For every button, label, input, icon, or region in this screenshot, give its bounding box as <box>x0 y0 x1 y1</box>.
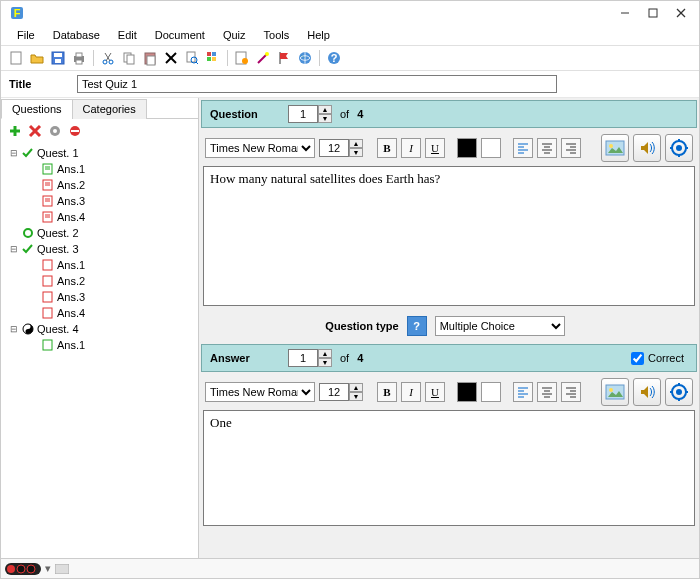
delete-x-button[interactable] <box>162 49 180 67</box>
new-button[interactable] <box>7 49 25 67</box>
insert-sound-button[interactable] <box>633 134 661 162</box>
spin-up-button[interactable]: ▲ <box>349 139 363 148</box>
font-size-input[interactable] <box>319 383 349 401</box>
wand-button[interactable] <box>254 49 272 67</box>
question-format-bar: Times New Roman ▲▼ B I U <box>199 130 699 166</box>
answer-editor[interactable]: One <box>203 410 695 526</box>
font-select[interactable]: Times New Roman <box>205 382 315 402</box>
underline-button[interactable]: U <box>425 138 445 158</box>
spin-up-button[interactable]: ▲ <box>318 105 332 114</box>
globe-button[interactable] <box>296 49 314 67</box>
spin-down-button[interactable]: ▼ <box>349 148 363 157</box>
cut-button[interactable] <box>99 49 117 67</box>
question-settings-button[interactable] <box>665 134 693 162</box>
insert-image-button[interactable] <box>601 378 629 406</box>
font-select[interactable]: Times New Roman <box>205 138 315 158</box>
tree-node-a[interactable]: Ans.2 <box>7 177 198 193</box>
settings-node-button[interactable] <box>47 123 63 139</box>
menu-help[interactable]: Help <box>299 27 338 43</box>
question-number-input[interactable] <box>288 105 318 123</box>
delete-node-button[interactable] <box>27 123 43 139</box>
align-right-button[interactable] <box>561 382 581 402</box>
menu-database[interactable]: Database <box>45 27 108 43</box>
correct-checkbox[interactable] <box>631 352 644 365</box>
italic-button[interactable]: I <box>401 382 421 402</box>
answer-header-label: Answer <box>210 352 280 364</box>
block-node-button[interactable] <box>67 123 83 139</box>
title-input[interactable] <box>77 75 557 93</box>
align-center-button[interactable] <box>537 138 557 158</box>
menu-tools[interactable]: Tools <box>256 27 298 43</box>
close-button[interactable] <box>667 3 695 23</box>
insert-image-button[interactable] <box>601 134 629 162</box>
bold-button[interactable]: B <box>377 138 397 158</box>
print-button[interactable] <box>70 49 88 67</box>
spin-down-button[interactable]: ▼ <box>318 358 332 367</box>
menu-quiz[interactable]: Quiz <box>215 27 254 43</box>
font-size-input[interactable] <box>319 139 349 157</box>
svg-rect-28 <box>207 57 211 61</box>
spin-down-button[interactable]: ▼ <box>318 114 332 123</box>
menu-document[interactable]: Document <box>147 27 213 43</box>
svg-rect-26 <box>207 52 211 56</box>
answer-icon <box>41 210 55 224</box>
tree-node-a[interactable]: Ans.2 <box>7 273 198 289</box>
tree-node-q2[interactable]: Quest. 2 <box>7 225 198 241</box>
tree-node-q1[interactable]: ⊟Quest. 1 <box>7 145 198 161</box>
right-pane: Question ▲▼ of 4 Times New Roman ▲▼ B I … <box>199 98 699 558</box>
question-tree[interactable]: ⊟Quest. 1 Ans.1 Ans.2 Ans.3 Ans.4 Quest.… <box>1 143 198 558</box>
open-button[interactable] <box>28 49 46 67</box>
align-right-button[interactable] <box>561 138 581 158</box>
tree-node-a[interactable]: Ans.3 <box>7 193 198 209</box>
answer-settings-button[interactable] <box>665 378 693 406</box>
find-button[interactable] <box>183 49 201 67</box>
tree-node-a[interactable]: Ans.4 <box>7 209 198 225</box>
tab-questions[interactable]: Questions <box>1 99 73 119</box>
answer-number-input[interactable] <box>288 349 318 367</box>
help-button[interactable]: ? <box>325 49 343 67</box>
menu-file[interactable]: File <box>9 27 43 43</box>
qtype-help-button[interactable]: ? <box>407 316 427 336</box>
align-center-button[interactable] <box>537 382 557 402</box>
question-type-select[interactable]: Multiple Choice <box>435 316 565 336</box>
tree-node-a[interactable]: Ans.1 <box>7 257 198 273</box>
save-button[interactable] <box>49 49 67 67</box>
text-color-button[interactable] <box>457 382 477 402</box>
align-left-button[interactable] <box>513 138 533 158</box>
bg-color-button[interactable] <box>481 382 501 402</box>
minimize-button[interactable] <box>611 3 639 23</box>
text-color-button[interactable] <box>457 138 477 158</box>
expander-icon[interactable]: ⊟ <box>9 244 19 254</box>
italic-button[interactable]: I <box>401 138 421 158</box>
status-dropdown[interactable]: ▾ <box>45 562 51 575</box>
add-node-button[interactable] <box>7 123 23 139</box>
tree-node-a[interactable]: Ans.1 <box>7 161 198 177</box>
bold-button[interactable]: B <box>377 382 397 402</box>
question-editor[interactable]: How many natural satellites does Earth h… <box>203 166 695 306</box>
menu-edit[interactable]: Edit <box>110 27 145 43</box>
svg-rect-3 <box>649 9 657 17</box>
tree-node-a[interactable]: Ans.1 <box>7 337 198 353</box>
underline-button[interactable]: U <box>425 382 445 402</box>
bg-color-button[interactable] <box>481 138 501 158</box>
align-left-button[interactable] <box>513 382 533 402</box>
spin-down-button[interactable]: ▼ <box>349 392 363 401</box>
tab-categories[interactable]: Categories <box>72 99 147 119</box>
flag-button[interactable] <box>275 49 293 67</box>
spin-up-button[interactable]: ▲ <box>349 383 363 392</box>
copy-button[interactable] <box>120 49 138 67</box>
question-total: 4 <box>357 108 363 120</box>
spin-up-button[interactable]: ▲ <box>318 349 332 358</box>
insert-sound-button[interactable] <box>633 378 661 406</box>
answer-icon <box>41 258 55 272</box>
paste-button[interactable] <box>141 49 159 67</box>
tree-node-q4[interactable]: ⊟Quest. 4 <box>7 321 198 337</box>
properties-button[interactable] <box>233 49 251 67</box>
tree-node-a[interactable]: Ans.4 <box>7 305 198 321</box>
expander-icon[interactable]: ⊟ <box>9 148 19 158</box>
expander-icon[interactable]: ⊟ <box>9 324 19 334</box>
tree-node-a[interactable]: Ans.3 <box>7 289 198 305</box>
tree-node-q3[interactable]: ⊟Quest. 3 <box>7 241 198 257</box>
grid-button[interactable] <box>204 49 222 67</box>
maximize-button[interactable] <box>639 3 667 23</box>
